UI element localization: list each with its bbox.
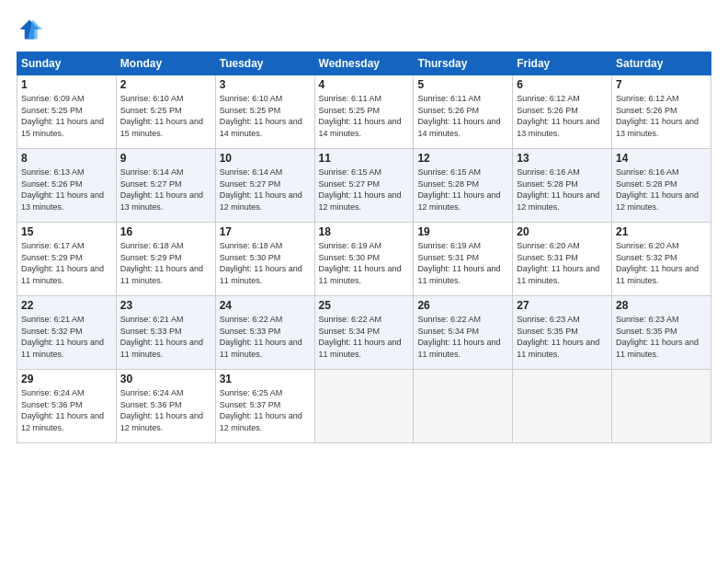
day-number: 8 [21,152,112,165]
day-number: 12 [417,152,508,165]
cell-content: Sunrise: 6:19 AM Sunset: 5:31 PM Dayligh… [417,240,508,286]
calendar-cell: 12 Sunrise: 6:15 AM Sunset: 5:28 PM Dayl… [414,149,513,223]
cell-content: Sunrise: 6:23 AM Sunset: 5:35 PM Dayligh… [517,314,608,360]
day-number: 18 [319,225,410,238]
calendar-week-row: 1 Sunrise: 6:09 AM Sunset: 5:25 PM Dayli… [17,75,711,149]
day-number: 26 [417,299,508,312]
day-number: 17 [220,225,311,238]
weekday-header: Thursday [414,52,513,75]
cell-content: Sunrise: 6:24 AM Sunset: 5:36 PM Dayligh… [21,387,112,433]
calendar-cell [513,370,612,443]
cell-content: Sunrise: 6:25 AM Sunset: 5:37 PM Dayligh… [220,387,311,433]
cell-content: Sunrise: 6:18 AM Sunset: 5:30 PM Dayligh… [220,240,311,286]
cell-content: Sunrise: 6:20 AM Sunset: 5:32 PM Dayligh… [616,240,707,286]
calendar-week-row: 22 Sunrise: 6:21 AM Sunset: 5:32 PM Dayl… [17,296,711,370]
calendar-cell: 23 Sunrise: 6:21 AM Sunset: 5:33 PM Dayl… [116,296,215,370]
day-number: 15 [21,225,112,238]
cell-content: Sunrise: 6:14 AM Sunset: 5:27 PM Dayligh… [220,167,311,213]
cell-content: Sunrise: 6:11 AM Sunset: 5:25 PM Dayligh… [319,93,410,139]
cell-content: Sunrise: 6:09 AM Sunset: 5:25 PM Dayligh… [21,93,112,139]
calendar-cell: 20 Sunrise: 6:20 AM Sunset: 5:31 PM Dayl… [513,223,612,296]
calendar-cell: 7 Sunrise: 6:12 AM Sunset: 5:26 PM Dayli… [612,75,711,149]
day-number: 7 [616,78,707,91]
calendar-week-row: 29 Sunrise: 6:24 AM Sunset: 5:36 PM Dayl… [17,370,711,443]
cell-content: Sunrise: 6:15 AM Sunset: 5:28 PM Dayligh… [417,167,508,213]
cell-content: Sunrise: 6:12 AM Sunset: 5:26 PM Dayligh… [616,93,707,139]
cell-content: Sunrise: 6:20 AM Sunset: 5:31 PM Dayligh… [517,240,608,286]
calendar-cell: 19 Sunrise: 6:19 AM Sunset: 5:31 PM Dayl… [414,223,513,296]
day-number: 1 [21,78,112,91]
calendar-cell [414,370,513,443]
cell-content: Sunrise: 6:16 AM Sunset: 5:28 PM Dayligh… [616,167,707,213]
day-number: 21 [616,225,707,238]
day-number: 29 [21,373,112,385]
logo-icon [17,17,42,42]
calendar-cell: 29 Sunrise: 6:24 AM Sunset: 5:36 PM Dayl… [17,370,117,443]
calendar-cell: 31 Sunrise: 6:25 AM Sunset: 5:37 PM Dayl… [215,370,314,443]
calendar-table: SundayMondayTuesdayWednesdayThursdayFrid… [17,52,711,443]
day-number: 4 [319,78,410,91]
day-number: 6 [517,78,608,91]
day-number: 31 [220,373,311,385]
day-number: 23 [120,299,211,312]
calendar-cell: 3 Sunrise: 6:10 AM Sunset: 5:25 PM Dayli… [215,75,314,149]
calendar-cell: 24 Sunrise: 6:22 AM Sunset: 5:33 PM Dayl… [215,296,314,370]
calendar-cell: 4 Sunrise: 6:11 AM Sunset: 5:25 PM Dayli… [314,75,414,149]
day-number: 19 [417,225,508,238]
weekday-header: Monday [116,52,215,75]
cell-content: Sunrise: 6:18 AM Sunset: 5:29 PM Dayligh… [120,240,211,286]
calendar-cell: 21 Sunrise: 6:20 AM Sunset: 5:32 PM Dayl… [612,223,711,296]
weekday-header: Saturday [612,52,711,75]
day-number: 9 [120,152,211,165]
calendar-week-row: 8 Sunrise: 6:13 AM Sunset: 5:26 PM Dayli… [17,149,711,223]
cell-content: Sunrise: 6:23 AM Sunset: 5:35 PM Dayligh… [616,314,707,360]
day-number: 30 [120,373,211,385]
cell-content: Sunrise: 6:12 AM Sunset: 5:26 PM Dayligh… [517,93,608,139]
calendar-cell: 15 Sunrise: 6:17 AM Sunset: 5:29 PM Dayl… [17,223,117,296]
calendar-cell: 22 Sunrise: 6:21 AM Sunset: 5:32 PM Dayl… [17,296,117,370]
header [17,17,711,42]
cell-content: Sunrise: 6:14 AM Sunset: 5:27 PM Dayligh… [120,167,211,213]
calendar-cell: 10 Sunrise: 6:14 AM Sunset: 5:27 PM Dayl… [215,149,314,223]
cell-content: Sunrise: 6:16 AM Sunset: 5:28 PM Dayligh… [517,167,608,213]
day-number: 3 [220,78,311,91]
cell-content: Sunrise: 6:10 AM Sunset: 5:25 PM Dayligh… [220,93,311,139]
calendar-cell [314,370,414,443]
day-number: 16 [120,225,211,238]
cell-content: Sunrise: 6:21 AM Sunset: 5:33 PM Dayligh… [120,314,211,360]
calendar-cell: 13 Sunrise: 6:16 AM Sunset: 5:28 PM Dayl… [513,149,612,223]
day-number: 2 [120,78,211,91]
cell-content: Sunrise: 6:22 AM Sunset: 5:34 PM Dayligh… [319,314,410,360]
calendar-cell: 28 Sunrise: 6:23 AM Sunset: 5:35 PM Dayl… [612,296,711,370]
cell-content: Sunrise: 6:19 AM Sunset: 5:30 PM Dayligh… [319,240,410,286]
cell-content: Sunrise: 6:22 AM Sunset: 5:34 PM Dayligh… [417,314,508,360]
day-number: 22 [21,299,112,312]
day-number: 5 [417,78,508,91]
cell-content: Sunrise: 6:11 AM Sunset: 5:26 PM Dayligh… [417,93,508,139]
day-number: 14 [616,152,707,165]
calendar-cell: 9 Sunrise: 6:14 AM Sunset: 5:27 PM Dayli… [116,149,215,223]
day-number: 13 [517,152,608,165]
calendar-cell: 18 Sunrise: 6:19 AM Sunset: 5:30 PM Dayl… [314,223,414,296]
day-number: 27 [517,299,608,312]
calendar-cell: 25 Sunrise: 6:22 AM Sunset: 5:34 PM Dayl… [314,296,414,370]
calendar-cell: 16 Sunrise: 6:18 AM Sunset: 5:29 PM Dayl… [116,223,215,296]
calendar-cell: 14 Sunrise: 6:16 AM Sunset: 5:28 PM Dayl… [612,149,711,223]
cell-content: Sunrise: 6:15 AM Sunset: 5:27 PM Dayligh… [319,167,410,213]
calendar-cell: 27 Sunrise: 6:23 AM Sunset: 5:35 PM Dayl… [513,296,612,370]
calendar-cell: 30 Sunrise: 6:24 AM Sunset: 5:36 PM Dayl… [116,370,215,443]
calendar-week-row: 15 Sunrise: 6:17 AM Sunset: 5:29 PM Dayl… [17,223,711,296]
calendar-cell: 17 Sunrise: 6:18 AM Sunset: 5:30 PM Dayl… [215,223,314,296]
day-number: 10 [220,152,311,165]
calendar-cell: 2 Sunrise: 6:10 AM Sunset: 5:25 PM Dayli… [116,75,215,149]
calendar-cell: 8 Sunrise: 6:13 AM Sunset: 5:26 PM Dayli… [17,149,117,223]
weekday-header: Sunday [17,52,117,75]
cell-content: Sunrise: 6:10 AM Sunset: 5:25 PM Dayligh… [120,93,211,139]
calendar-cell: 5 Sunrise: 6:11 AM Sunset: 5:26 PM Dayli… [414,75,513,149]
cell-content: Sunrise: 6:24 AM Sunset: 5:36 PM Dayligh… [120,387,211,433]
day-number: 20 [517,225,608,238]
calendar-cell: 1 Sunrise: 6:09 AM Sunset: 5:25 PM Dayli… [17,75,117,149]
cell-content: Sunrise: 6:21 AM Sunset: 5:32 PM Dayligh… [21,314,112,360]
calendar-cell [612,370,711,443]
cell-content: Sunrise: 6:13 AM Sunset: 5:26 PM Dayligh… [21,167,112,213]
